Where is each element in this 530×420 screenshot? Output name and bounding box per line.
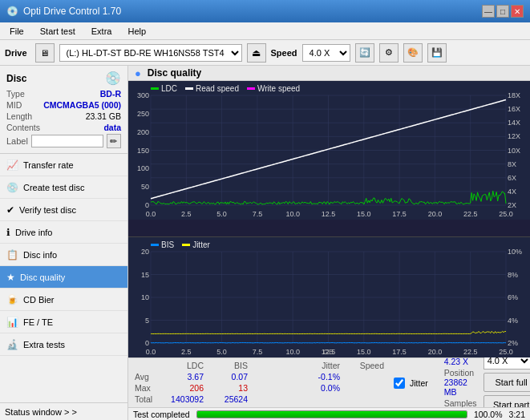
drive-select[interactable]: (L:) HL-DT-ST BD-RE WH16NS58 TST4 [59,44,242,62]
title-bar-left: 💿 Opti Drive Control 1.70 [6,6,121,17]
nav-drive-info[interactable]: ℹ Drive info [0,221,127,244]
nav-fe-te[interactable]: 📊 FE / TE [0,311,127,333]
charts-area: LDC Read speed Write speed [128,81,530,357]
drive-info-icon: ℹ [6,227,10,238]
stats-max-bis: 13 [207,383,251,393]
stats-bis-header: BIS [207,361,251,370]
nav-drive-info-label: Drive info [15,228,52,237]
title-bar-controls: — □ ✕ [482,5,524,18]
jitter-legend-dot [182,244,190,246]
fe-te-icon: 📊 [6,317,18,328]
stats-avg-spacer [251,372,299,382]
nav-create-test-disc[interactable]: 💿 Create test disc [0,176,127,199]
jitter-legend: Jitter [182,240,210,249]
speed-label: Speed [271,48,297,58]
left-panel: Disc 💿 Type BD-R MID CMCMAGBA5 (000) Len… [0,66,128,420]
status-window-label: Status window > > [5,407,77,417]
read-speed-legend-dot [185,87,193,90]
save-button[interactable]: 💾 [427,43,447,63]
nav-create-test-disc-label: Create test disc [23,183,84,192]
nav-verify-test-disc[interactable]: ✔ Verify test disc [0,199,127,221]
nav-disc-quality[interactable]: ★ Disc quality [0,266,127,289]
right-buttons: 4.0 X Start full Start part [483,352,530,414]
stats-header-row: LDC BIS Jitter Speed [135,361,387,370]
ldc-legend-label: LDC [161,84,177,93]
jitter-checkbox[interactable] [394,378,405,389]
disc-type-label: Type [6,89,25,99]
write-speed-legend-dot [247,87,255,90]
ldc-legend-dot [151,87,159,90]
refresh-button[interactable]: 🔄 [355,43,374,63]
stats-avg-label: Avg [135,372,163,382]
nav-disc-quality-label: Disc quality [20,273,65,282]
app-icon: 💿 [6,6,18,17]
stats-avg-ldc: 3.67 [163,372,207,382]
ldc-legend: LDC [151,84,177,93]
position-label: Position [444,368,474,378]
verify-test-disc-icon: ✔ [6,204,14,216]
stats-max-ldc: 206 [163,383,207,393]
stats-avg-jitter: -0.1% [299,372,343,382]
stats-empty [135,361,163,370]
disc-contents-label: Contents [6,123,40,132]
title-bar: 💿 Opti Drive Control 1.70 — □ ✕ [0,0,530,22]
progress-section: Test completed 100.0% 3:21 [128,407,530,420]
settings-button1[interactable]: ⚙ [379,43,399,63]
label-edit-button[interactable]: ✏ [107,134,121,148]
write-speed-legend-label: Write speed [257,84,300,93]
progress-bar-fill [197,411,467,418]
progress-time: 3:21 [509,410,525,419]
menu-extra[interactable]: Extra [85,25,119,38]
nav-fe-te-label: FE / TE [23,317,53,327]
maximize-button[interactable]: □ [496,5,509,18]
jitter-legend-label: Jitter [192,240,210,249]
menu-file[interactable]: File [3,25,30,38]
transfer-rate-icon: 📈 [6,160,18,171]
samples-label: Samples [444,398,477,408]
label-input[interactable] [31,135,103,147]
stats-max-row: Max 206 13 0.0% [135,383,387,393]
disc-length-label: Length [6,111,32,121]
drive-icon-btn[interactable]: 🖥 [35,43,55,63]
disc-type-val: BD-R [100,89,121,99]
menu-start-test[interactable]: Start test [34,25,82,38]
stats-total-label: Total [135,394,163,404]
cd-bier-icon: 🍺 [6,294,18,305]
disc-info-icon: 📋 [6,249,18,260]
disc-quality-icon: ★ [6,272,15,283]
nav-disc-info[interactable]: 📋 Disc info [0,244,127,266]
nav-disc-info-label: Disc info [23,250,57,260]
jitter-section: Jitter [394,378,428,389]
status-text: Test completed [133,410,190,419]
stats-jitter-header: Jitter [299,361,343,370]
label-row: Label ✏ [6,134,121,148]
status-window[interactable]: Status window > > [0,402,127,420]
nav-cd-bier[interactable]: 🍺 CD Bier [0,289,127,311]
stats-avg-row: Avg 3.67 0.07 -0.1% [135,372,387,382]
nav-extra-tests[interactable]: 🔬 Extra tests [0,333,127,356]
nav-transfer-rate-label: Transfer rate [23,160,74,170]
bottom-chart: BIS Jitter [128,237,530,357]
stats-max-spacer [251,383,299,393]
start-full-button[interactable]: Start full [483,373,530,392]
stats-max-label: Max [135,383,163,393]
nav-transfer-rate[interactable]: 📈 Transfer rate [0,154,127,176]
eject-button[interactable]: ⏏ [247,43,266,63]
settings-button2[interactable]: 🎨 [403,43,423,63]
disc-type-row: Type BD-R [6,89,121,99]
stats-spacer [251,361,299,370]
right-panel: ● Disc quality LDC Read speed [128,66,530,420]
disc-label-label: Label [6,136,28,146]
close-button[interactable]: ✕ [511,5,524,18]
create-test-disc-icon: 💿 [6,182,18,193]
progress-percent: 100.0% [474,410,503,419]
drive-bar: Drive 🖥 (L:) HL-DT-ST BD-RE WH16NS58 TST… [0,40,530,66]
menu-help[interactable]: Help [121,25,152,38]
stats-ldc-header: LDC [163,361,207,370]
speed-select[interactable]: 4.0 X [302,44,350,62]
minimize-button[interactable]: — [482,5,495,18]
disc-icon: 💿 [105,71,121,86]
menu-bar: File Start test Extra Help [0,22,530,40]
read-speed-legend: Read speed [185,84,239,93]
nav-verify-test-disc-label: Verify test disc [19,205,76,215]
